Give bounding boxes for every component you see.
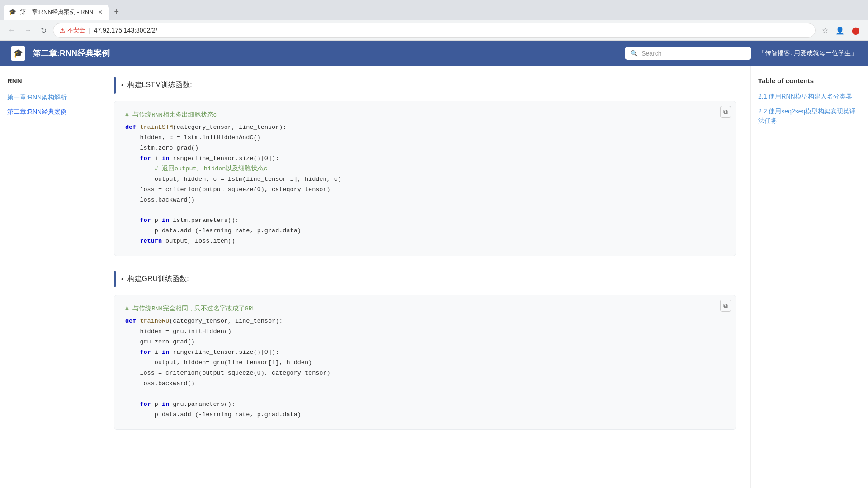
tab-bar: 🎓 第二章:RNN经典案例 - RNN ✕ + <box>0 0 868 20</box>
lstm-bullet-text: 构建LSTM训练函数: <box>127 80 192 90</box>
sidebar-item-chapter2[interactable]: 第二章:RNN经典案例 <box>7 106 92 118</box>
bullet-dot: • <box>121 81 124 89</box>
bookmark-button[interactable]: ☆ <box>819 24 831 37</box>
main-content: • 构建LSTM训练函数: ⧉ # 与传统RNN相比多出细胞状态c def tr… <box>99 66 750 488</box>
copy-button-1[interactable]: ⧉ <box>720 106 731 118</box>
address-bar: ← → ↻ ⚠ 不安全 | 47.92.175.143:8002/2/ ☆ 👤 … <box>0 20 868 40</box>
back-button[interactable]: ← <box>5 24 18 36</box>
gru-code: def trainGRU(category_tensor, line_tenso… <box>125 316 725 420</box>
security-warning: ⚠ 不安全 <box>60 26 85 34</box>
sidebar: RNN 第一章:RNN架构解析 第二章:RNN经典案例 <box>0 66 99 488</box>
sidebar-item-chapter1[interactable]: 第一章:RNN架构解析 <box>7 92 92 103</box>
lstm-section-header: • 构建LSTM训练函数: <box>114 77 736 94</box>
url-text: 47.92.175.143:8002/2/ <box>94 27 157 34</box>
url-bar[interactable]: ⚠ 不安全 | 47.92.175.143:8002/2/ <box>53 23 816 38</box>
tab-title: 第二章:RNN经典案例 - RNN <box>20 8 94 16</box>
header-slogan: 「传智播客: 用爱成就每一位学生」 <box>759 49 857 57</box>
gru-section-header: • 构建GRU训练函数: <box>114 271 736 287</box>
toc-title: Table of contents <box>758 77 861 84</box>
forward-button[interactable]: → <box>22 24 34 36</box>
copy-button-2[interactable]: ⧉ <box>720 300 731 312</box>
section-border-2 <box>114 271 116 287</box>
account-button[interactable]: 👤 <box>833 24 847 37</box>
lstm-code-block: ⧉ # 与传统RNN相比多出细胞状态c def trainLSTM(catego… <box>114 101 736 256</box>
tab-favicon: 🎓 <box>9 9 16 16</box>
section-border <box>114 77 116 94</box>
warning-icon: ⚠ <box>60 27 66 34</box>
browser-chrome: 🎓 第二章:RNN经典案例 - RNN ✕ + ← → ↻ ⚠ 不安全 | 47… <box>0 0 868 41</box>
lstm-bullet: • 构建LSTM训练函数: <box>121 77 192 94</box>
new-tab-button[interactable]: + <box>111 4 123 20</box>
lstm-code: def trainLSTM(category_tensor, line_tens… <box>125 122 725 247</box>
search-input[interactable] <box>642 50 746 57</box>
search-bar[interactable]: 🔍 <box>625 47 751 60</box>
toc-item-2[interactable]: 2.2 使用seq2seq模型构架实现英译法任务 <box>758 107 861 126</box>
gru-comment-text: # 与传统RNN完全相同，只不过名字改成了GRU <box>125 305 256 312</box>
security-label: 不安全 <box>67 26 85 34</box>
toc-panel: Table of contents 2.1 使用RNN模型构建人名分类器 2.2… <box>750 66 868 488</box>
page-layout: RNN 第一章:RNN架构解析 第二章:RNN经典案例 • 构建LSTM训练函数… <box>0 66 868 488</box>
reload-button[interactable]: ↻ <box>38 24 49 37</box>
active-tab[interactable]: 🎓 第二章:RNN经典案例 - RNN ✕ <box>4 5 109 20</box>
bullet-dot-2: • <box>121 275 124 283</box>
search-icon: 🔍 <box>630 50 638 57</box>
gru-code-block: ⧉ # 与传统RNN完全相同，只不过名字改成了GRU def trainGRU(… <box>114 295 736 429</box>
app-title: 第二章:RNN经典案例 <box>33 48 618 59</box>
logo-icon: 🎓 <box>13 48 23 58</box>
extensions-button[interactable]: ⬤ <box>849 24 863 37</box>
app-logo: 🎓 <box>11 46 25 61</box>
gru-bullet-text: 构建GRU训练函数: <box>127 274 189 284</box>
url-separator: | <box>89 27 90 34</box>
gru-bullet: • 构建GRU训练函数: <box>121 271 189 287</box>
lstm-comment: # 与传统RNN相比多出细胞状态c <box>125 110 725 121</box>
address-actions: ☆ 👤 ⬤ <box>819 24 863 37</box>
gru-comment: # 与传统RNN完全相同，只不过名字改成了GRU <box>125 304 725 314</box>
lstm-comment-text: # 与传统RNN相比多出细胞状态c <box>125 112 217 118</box>
toc-item-1[interactable]: 2.1 使用RNN模型构建人名分类器 <box>758 92 861 101</box>
sidebar-title: RNN <box>7 77 92 84</box>
app-header: 🎓 第二章:RNN经典案例 🔍 「传智播客: 用爱成就每一位学生」 <box>0 41 868 66</box>
tab-close-button[interactable]: ✕ <box>97 8 104 16</box>
